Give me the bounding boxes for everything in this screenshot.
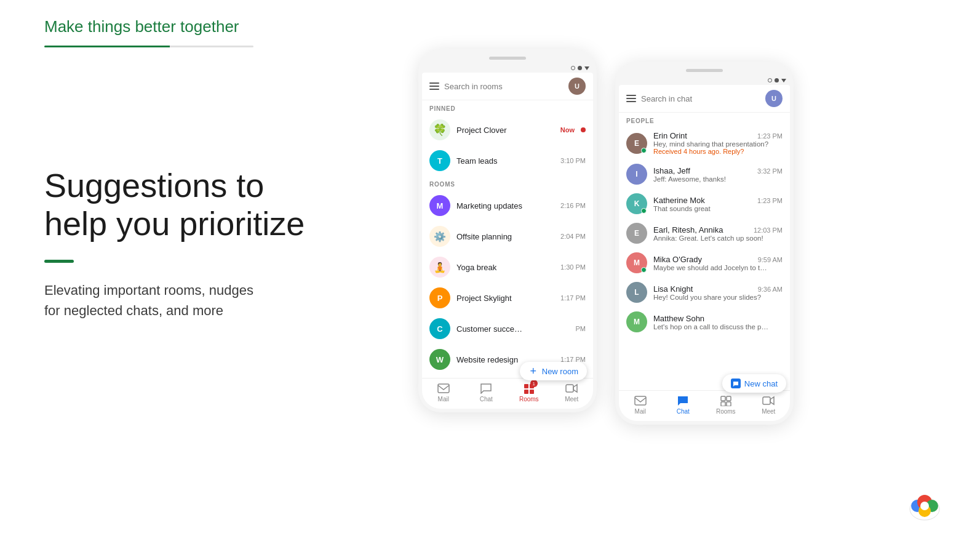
item-avatar: P [429, 287, 450, 308]
chat-name: Matthew Sohn [653, 314, 704, 323]
chat-avatar: E [626, 133, 647, 154]
item-name: Yoga break [456, 263, 554, 272]
chat-preview: Let's hop on a call to discuss the preen… [653, 323, 770, 331]
status-icon-3 [781, 79, 786, 82]
item-name: Project Skylight [456, 294, 554, 303]
meet-icon [762, 395, 775, 407]
unread-dot [581, 127, 586, 132]
rooms-icon: 1 [523, 382, 535, 395]
pinned-section-label: PINNED [422, 100, 593, 114]
chat-avatar: K [626, 193, 647, 214]
header-divider [44, 46, 253, 47]
chat-avatar: L [626, 282, 647, 303]
new-chat-label: New chat [744, 379, 778, 388]
chat-name-row: Earl, Ritesh, Annika 12:03 PM [653, 225, 783, 234]
mail-icon [634, 395, 647, 407]
people-section-label: PEOPLE [619, 113, 790, 127]
mail-icon [437, 382, 450, 395]
chat-item[interactable]: I Ishaa, Jeff 3:32 PM Jeff: Awesome, tha… [619, 159, 790, 189]
chat-name: Erin Orint [653, 131, 687, 140]
nav-rooms-label: Rooms [519, 396, 539, 403]
chat-search-input[interactable]: Search in chat [641, 94, 760, 103]
nav-meet-label: Meet [762, 408, 775, 415]
chat-name-row: Katherine Mok 1:23 PM [653, 196, 783, 205]
rooms-search-bar[interactable]: Search in rooms U [422, 73, 593, 100]
nav-meet[interactable]: Meet [556, 382, 587, 403]
phone-speaker-bar [418, 49, 597, 65]
new-chat-fab[interactable]: New chat [722, 374, 786, 393]
list-item[interactable]: ⚙️ Offsite planning 2:04 PM [422, 221, 593, 252]
chat-item[interactable]: L Lisa Knight 9:36 AM Hey! Could you sha… [619, 278, 790, 307]
rooms-icon [720, 395, 732, 407]
chat-bottom-nav: Mail Chat R [619, 390, 790, 421]
nav-rooms[interactable]: Rooms [711, 395, 741, 415]
chat-preview: Maybe we should add Jocelyn to the ro... [653, 264, 770, 271]
nav-meet[interactable]: Meet [753, 395, 784, 415]
nav-chat-label: Chat [480, 396, 493, 403]
chat-item[interactable]: K Katherine Mok 1:23 PM That sounds grea… [619, 189, 790, 218]
item-name: Marketing updates [456, 201, 554, 210]
list-item[interactable]: 🍀 Project Clover Now [422, 114, 593, 145]
list-item[interactable]: P Project Skylight 1:17 PM [422, 283, 593, 313]
chat-name: Mika O'Grady [653, 255, 702, 264]
item-avatar: W [429, 349, 450, 370]
chat-info: Lisa Knight 9:36 AM Hey! Could you share… [653, 284, 783, 301]
nav-chat[interactable]: Chat [667, 395, 698, 415]
list-item[interactable]: 🧘 Yoga break 1:30 PM [422, 252, 593, 283]
section-divider [44, 260, 74, 263]
chat-name-row: Mika O'Grady 9:59 AM [653, 255, 783, 264]
chat-item[interactable]: M Mika O'Grady 9:59 AM Maybe we should a… [619, 248, 790, 278]
nav-mail[interactable]: Mail [625, 395, 656, 415]
svg-rect-8 [727, 396, 731, 401]
item-time: 1:30 PM [560, 263, 586, 271]
item-avatar: ⚙️ [429, 226, 450, 247]
nav-meet-label: Meet [565, 396, 578, 403]
chat-name: Katherine Mok [653, 196, 705, 205]
item-avatar: M [429, 195, 450, 216]
item-time: PM [576, 325, 586, 332]
chat-avatar: M [626, 311, 647, 332]
menu-icon[interactable] [429, 82, 439, 90]
user-avatar[interactable]: U [568, 78, 586, 95]
chat-name-row: Erin Orint 1:23 PM [653, 131, 783, 140]
chat-item[interactable]: E Earl, Ritesh, Annika 12:03 PM Annika: … [619, 218, 790, 248]
svg-rect-10 [727, 402, 731, 406]
nav-rooms[interactable]: 1 Rooms [514, 382, 544, 403]
chat-time: 1:23 PM [757, 197, 783, 204]
chat-fab-icon [731, 379, 741, 388]
list-item[interactable]: M Marketing updates 2:16 PM [422, 190, 593, 221]
item-time: 2:04 PM [560, 233, 586, 240]
chat-time: 3:32 PM [757, 167, 783, 175]
nav-chat-label: Chat [677, 408, 690, 415]
online-indicator [641, 208, 647, 214]
chat-name-row: Matthew Sohn [653, 314, 783, 323]
item-info: Team leads [456, 156, 554, 166]
nav-mail[interactable]: Mail [428, 382, 459, 403]
item-info: Project Clover [456, 126, 554, 135]
rooms-search-input[interactable]: Search in rooms [444, 82, 564, 91]
phone-speaker [489, 57, 526, 60]
list-item[interactable]: T Team leads 3:10 PM [422, 145, 593, 176]
new-room-fab[interactable]: + New room [520, 362, 587, 380]
chat-name: Ishaa, Jeff [653, 166, 690, 175]
svg-rect-5 [566, 385, 573, 392]
list-item[interactable]: C Customer succe… PM [422, 313, 593, 344]
rooms-badge: 1 [530, 380, 538, 387]
chat-item[interactable]: M Matthew Sohn Let's hop on a call to di… [619, 307, 790, 337]
nav-chat[interactable]: Chat [471, 382, 501, 403]
status-icon-2 [578, 66, 582, 70]
item-info: Project Skylight [456, 294, 554, 303]
chat-search-bar[interactable]: Search in chat U [619, 85, 790, 113]
chat-item[interactable]: E Erin Orint 1:23 PM Hey, mind sharing t… [619, 127, 790, 159]
svg-rect-3 [524, 390, 528, 394]
meet-icon [565, 382, 578, 395]
item-avatar: C [429, 318, 450, 339]
menu-icon[interactable] [626, 95, 636, 102]
status-icon-3 [584, 66, 589, 70]
item-time: Now [560, 126, 575, 134]
chat-nudge: Received 4 hours ago. Reply? [653, 148, 783, 155]
user-avatar[interactable]: U [765, 90, 783, 107]
chat-preview: That sounds great [653, 205, 770, 212]
chat-name-row: Lisa Knight 9:36 AM [653, 284, 783, 294]
item-avatar: 🍀 [429, 119, 450, 140]
